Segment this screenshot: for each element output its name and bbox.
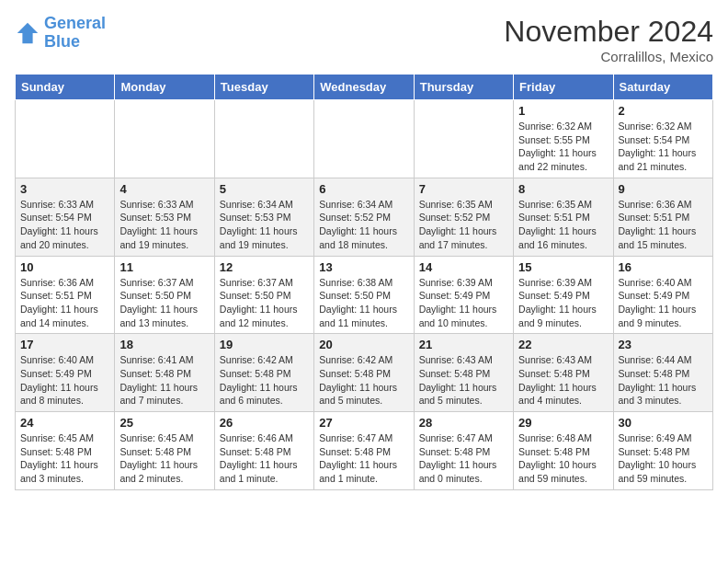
day-cell: 13Sunrise: 6:38 AM Sunset: 5:50 PM Dayli… bbox=[314, 256, 414, 334]
weekday-header-wednesday: Wednesday bbox=[314, 75, 414, 100]
day-cell bbox=[115, 100, 214, 178]
day-cell: 16Sunrise: 6:40 AM Sunset: 5:49 PM Dayli… bbox=[613, 256, 712, 334]
day-number: 11 bbox=[119, 260, 209, 274]
week-row-1: 1Sunrise: 6:32 AM Sunset: 5:55 PM Daylig… bbox=[16, 100, 713, 178]
day-info: Sunrise: 6:35 AM Sunset: 5:52 PM Dayligh… bbox=[419, 198, 508, 252]
day-number: 1 bbox=[518, 104, 608, 118]
day-info: Sunrise: 6:32 AM Sunset: 5:55 PM Dayligh… bbox=[518, 120, 608, 174]
logo-text: General Blue bbox=[44, 15, 106, 52]
day-number: 15 bbox=[518, 260, 608, 274]
day-number: 12 bbox=[220, 260, 309, 274]
day-info: Sunrise: 6:46 AM Sunset: 5:48 PM Dayligh… bbox=[220, 431, 309, 486]
day-number: 4 bbox=[119, 182, 209, 196]
day-number: 25 bbox=[119, 416, 209, 430]
day-number: 27 bbox=[319, 416, 408, 430]
day-number: 18 bbox=[119, 338, 209, 351]
weekday-header-thursday: Thursday bbox=[414, 75, 513, 100]
day-cell: 30Sunrise: 6:49 AM Sunset: 5:48 PM Dayli… bbox=[613, 412, 712, 490]
day-info: Sunrise: 6:36 AM Sunset: 5:51 PM Dayligh… bbox=[619, 198, 708, 252]
day-number: 21 bbox=[419, 338, 508, 351]
day-cell: 11Sunrise: 6:37 AM Sunset: 5:50 PM Dayli… bbox=[115, 256, 214, 334]
day-info: Sunrise: 6:43 AM Sunset: 5:48 PM Dayligh… bbox=[419, 353, 508, 408]
day-cell: 9Sunrise: 6:36 AM Sunset: 5:51 PM Daylig… bbox=[613, 178, 712, 256]
day-number: 23 bbox=[619, 338, 708, 351]
day-number: 7 bbox=[419, 182, 508, 196]
day-number: 20 bbox=[319, 338, 408, 351]
weekday-header-tuesday: Tuesday bbox=[214, 75, 313, 100]
day-info: Sunrise: 6:43 AM Sunset: 5:48 PM Dayligh… bbox=[518, 353, 608, 408]
day-cell: 10Sunrise: 6:36 AM Sunset: 5:51 PM Dayli… bbox=[16, 256, 115, 334]
logo-icon bbox=[15, 20, 40, 46]
day-info: Sunrise: 6:48 AM Sunset: 5:48 PM Dayligh… bbox=[518, 431, 608, 486]
day-number: 2 bbox=[619, 104, 708, 118]
day-number: 16 bbox=[619, 260, 708, 274]
day-info: Sunrise: 6:47 AM Sunset: 5:48 PM Dayligh… bbox=[319, 431, 408, 486]
day-info: Sunrise: 6:40 AM Sunset: 5:49 PM Dayligh… bbox=[20, 353, 109, 408]
day-cell: 7Sunrise: 6:35 AM Sunset: 5:52 PM Daylig… bbox=[414, 178, 513, 256]
day-number: 5 bbox=[220, 182, 309, 196]
weekday-header-saturday: Saturday bbox=[613, 75, 712, 100]
day-cell: 15Sunrise: 6:39 AM Sunset: 5:49 PM Dayli… bbox=[514, 256, 613, 334]
calendar-table: SundayMondayTuesdayWednesdayThursdayFrid… bbox=[15, 74, 713, 490]
logo-line1: General bbox=[44, 14, 106, 32]
day-cell: 27Sunrise: 6:47 AM Sunset: 5:48 PM Dayli… bbox=[314, 412, 414, 490]
day-number: 14 bbox=[419, 260, 508, 274]
day-info: Sunrise: 6:45 AM Sunset: 5:48 PM Dayligh… bbox=[20, 431, 109, 486]
week-row-3: 10Sunrise: 6:36 AM Sunset: 5:51 PM Dayli… bbox=[16, 256, 713, 334]
day-number: 8 bbox=[518, 182, 608, 196]
day-cell: 8Sunrise: 6:35 AM Sunset: 5:51 PM Daylig… bbox=[514, 178, 613, 256]
day-cell: 18Sunrise: 6:41 AM Sunset: 5:48 PM Dayli… bbox=[115, 334, 214, 412]
day-number: 13 bbox=[319, 260, 408, 274]
day-number: 3 bbox=[20, 182, 109, 196]
day-cell: 26Sunrise: 6:46 AM Sunset: 5:48 PM Dayli… bbox=[214, 412, 313, 490]
day-info: Sunrise: 6:37 AM Sunset: 5:50 PM Dayligh… bbox=[119, 276, 209, 330]
day-cell: 28Sunrise: 6:47 AM Sunset: 5:48 PM Dayli… bbox=[414, 412, 513, 490]
day-number: 24 bbox=[20, 416, 109, 430]
day-info: Sunrise: 6:33 AM Sunset: 5:54 PM Dayligh… bbox=[20, 198, 109, 252]
weekday-header-row: SundayMondayTuesdayWednesdayThursdayFrid… bbox=[16, 75, 713, 100]
day-cell: 25Sunrise: 6:45 AM Sunset: 5:48 PM Dayli… bbox=[115, 412, 214, 490]
day-cell bbox=[314, 100, 414, 178]
day-info: Sunrise: 6:47 AM Sunset: 5:48 PM Dayligh… bbox=[419, 431, 508, 486]
day-info: Sunrise: 6:37 AM Sunset: 5:50 PM Dayligh… bbox=[220, 276, 309, 330]
weekday-header-monday: Monday bbox=[115, 75, 214, 100]
day-info: Sunrise: 6:39 AM Sunset: 5:49 PM Dayligh… bbox=[518, 276, 608, 330]
day-cell: 4Sunrise: 6:33 AM Sunset: 5:53 PM Daylig… bbox=[115, 178, 214, 256]
day-number: 28 bbox=[419, 416, 508, 430]
location: Corralillos, Mexico bbox=[504, 49, 713, 64]
day-cell: 3Sunrise: 6:33 AM Sunset: 5:54 PM Daylig… bbox=[16, 178, 115, 256]
day-number: 10 bbox=[20, 260, 109, 274]
day-cell: 20Sunrise: 6:42 AM Sunset: 5:48 PM Dayli… bbox=[314, 334, 414, 412]
logo-line2: Blue bbox=[44, 32, 80, 51]
day-cell: 6Sunrise: 6:34 AM Sunset: 5:52 PM Daylig… bbox=[314, 178, 414, 256]
day-info: Sunrise: 6:39 AM Sunset: 5:49 PM Dayligh… bbox=[419, 276, 508, 330]
day-info: Sunrise: 6:44 AM Sunset: 5:48 PM Dayligh… bbox=[619, 353, 708, 408]
day-cell: 19Sunrise: 6:42 AM Sunset: 5:48 PM Dayli… bbox=[214, 334, 313, 412]
week-row-2: 3Sunrise: 6:33 AM Sunset: 5:54 PM Daylig… bbox=[16, 178, 713, 256]
weekday-header-friday: Friday bbox=[514, 75, 613, 100]
day-cell: 22Sunrise: 6:43 AM Sunset: 5:48 PM Dayli… bbox=[514, 334, 613, 412]
svg-marker-0 bbox=[17, 23, 38, 43]
day-number: 26 bbox=[220, 416, 309, 430]
day-cell: 23Sunrise: 6:44 AM Sunset: 5:48 PM Dayli… bbox=[613, 334, 712, 412]
day-cell: 14Sunrise: 6:39 AM Sunset: 5:49 PM Dayli… bbox=[414, 256, 513, 334]
week-row-4: 17Sunrise: 6:40 AM Sunset: 5:49 PM Dayli… bbox=[16, 334, 713, 412]
day-number: 17 bbox=[20, 338, 109, 351]
week-row-5: 24Sunrise: 6:45 AM Sunset: 5:48 PM Dayli… bbox=[16, 412, 713, 490]
day-cell: 1Sunrise: 6:32 AM Sunset: 5:55 PM Daylig… bbox=[514, 100, 613, 178]
logo: General Blue bbox=[15, 15, 106, 52]
day-info: Sunrise: 6:42 AM Sunset: 5:48 PM Dayligh… bbox=[220, 353, 309, 408]
day-info: Sunrise: 6:38 AM Sunset: 5:50 PM Dayligh… bbox=[319, 276, 408, 330]
day-number: 30 bbox=[619, 416, 708, 430]
day-info: Sunrise: 6:34 AM Sunset: 5:53 PM Dayligh… bbox=[220, 198, 309, 252]
day-cell: 21Sunrise: 6:43 AM Sunset: 5:48 PM Dayli… bbox=[414, 334, 513, 412]
day-cell: 24Sunrise: 6:45 AM Sunset: 5:48 PM Dayli… bbox=[16, 412, 115, 490]
day-number: 19 bbox=[220, 338, 309, 351]
day-number: 22 bbox=[518, 338, 608, 351]
title-block: November 2024 Corralillos, Mexico bbox=[504, 15, 713, 64]
day-info: Sunrise: 6:40 AM Sunset: 5:49 PM Dayligh… bbox=[619, 276, 708, 330]
day-cell: 2Sunrise: 6:32 AM Sunset: 5:54 PM Daylig… bbox=[613, 100, 712, 178]
day-cell bbox=[214, 100, 313, 178]
day-info: Sunrise: 6:33 AM Sunset: 5:53 PM Dayligh… bbox=[119, 198, 209, 252]
month-title: November 2024 bbox=[504, 15, 713, 49]
